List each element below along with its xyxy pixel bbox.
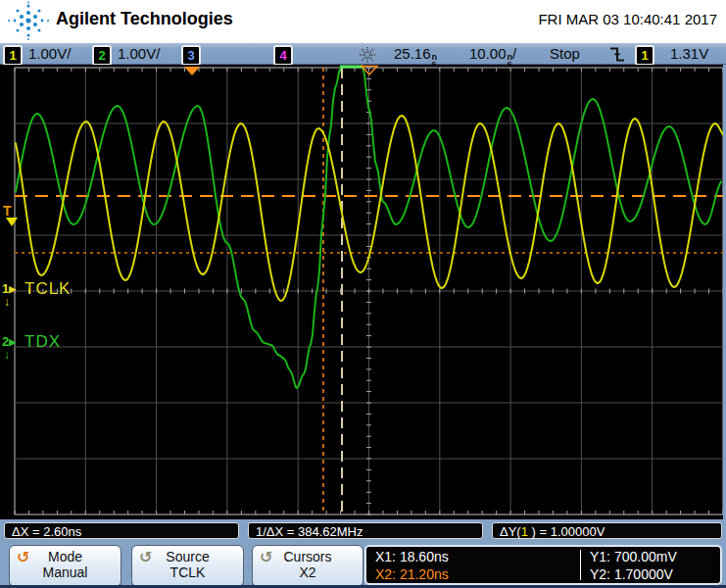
right-arrow-icon: ▶ <box>9 337 16 347</box>
softkey-value: Manual <box>10 564 121 581</box>
trigger-level-readout: 1.31V <box>670 45 708 63</box>
delta-x-readout: ΔX = 2.60ns <box>4 522 239 539</box>
brand-title: Agilent Technologies <box>56 9 233 29</box>
inverse-delta-x-readout: 1/ΔX = 384.62MHz <box>248 522 483 539</box>
agilent-logo-icon <box>6 1 51 42</box>
channel2-scale: 1.00V/ <box>118 45 160 63</box>
channel2-badge: 2 <box>92 45 112 66</box>
knob-icon: ↺ <box>260 550 272 565</box>
softkey-value: X2 <box>253 564 363 581</box>
cursor-values-box: X1: 18.60ns X2: 21.20ns Y1: 700.00mV Y2:… <box>364 545 722 585</box>
channel1-scale: 1.00V/ <box>28 45 71 63</box>
source-softkey-button[interactable]: ↺ Source TCLK <box>131 545 244 587</box>
x-cursor-values: X1: 18.60ns X2: 21.20ns <box>375 548 449 583</box>
y-cursor-values: Y1: 700.00mV Y2: 1.70000V <box>590 548 677 583</box>
trigger-slope-falling-icon <box>608 46 626 63</box>
trigger-time-marker-icon <box>184 67 200 75</box>
knob-icon: ↺ <box>139 550 152 565</box>
delta-y-readout: ΔY(1 ) = 1.00000V <box>492 522 722 539</box>
channel4-badge: 4 <box>273 45 293 66</box>
mode-softkey-button[interactable]: ↺ Mode Manual <box>9 545 121 587</box>
readout-divider <box>580 550 581 580</box>
trigger-level-arrow-icon <box>6 218 18 226</box>
datetime-readout: FRI MAR 03 10:40:41 2017 <box>538 11 717 27</box>
cursors-softkey-button[interactable]: ↺ Cursors X2 <box>252 545 363 587</box>
knob-icon: ↺ <box>17 550 29 565</box>
channel3-badge: 3 <box>181 45 201 66</box>
trigger-level-marker: T <box>3 203 12 219</box>
status-bar: 1 1.00V/ 2 1.00V/ 3 4 25.16ns 10.00ns/ S… <box>0 43 726 65</box>
acquisition-status: Stop <box>550 45 580 63</box>
oscilloscope-screen: { "header": {"brand": "Agilent Technolog… <box>0 0 726 588</box>
channel2-ground-marker: 2▶ <box>2 334 16 349</box>
header-bar: Agilent Technologies FRI MAR 03 10:40:41… <box>0 0 726 43</box>
right-arrow-icon: ▶ <box>9 284 16 294</box>
channel1-wave-label: TCLK <box>24 279 71 299</box>
waveform-display: T 1▶ ↓ TCLK 2▶ ↓ TDX <box>0 65 726 519</box>
softkey-value: TCLK <box>132 564 243 581</box>
brightness-icon <box>359 46 376 64</box>
scope-graticule-and-traces <box>0 65 726 519</box>
bottom-panel: ΔX = 2.60ns 1/ΔX = 384.62MHz ΔY(1 ) = 1.… <box>0 519 726 588</box>
y2-value: Y2: 1.70000V <box>590 565 677 583</box>
channel1-badge: 1 <box>3 45 23 66</box>
trigger-source-badge: 1 <box>635 45 654 66</box>
channel2-down-arrow-icon: ↓ <box>4 348 10 362</box>
x1-value: X1: 18.60ns <box>375 548 449 565</box>
x2-value: X2: 21.20ns <box>375 565 449 583</box>
channel1-ground-marker: 1▶ <box>2 281 16 296</box>
y1-value: Y1: 700.00mV <box>590 548 677 565</box>
channel2-wave-label: TDX <box>24 332 61 352</box>
channel1-down-arrow-icon: ↓ <box>4 295 10 309</box>
